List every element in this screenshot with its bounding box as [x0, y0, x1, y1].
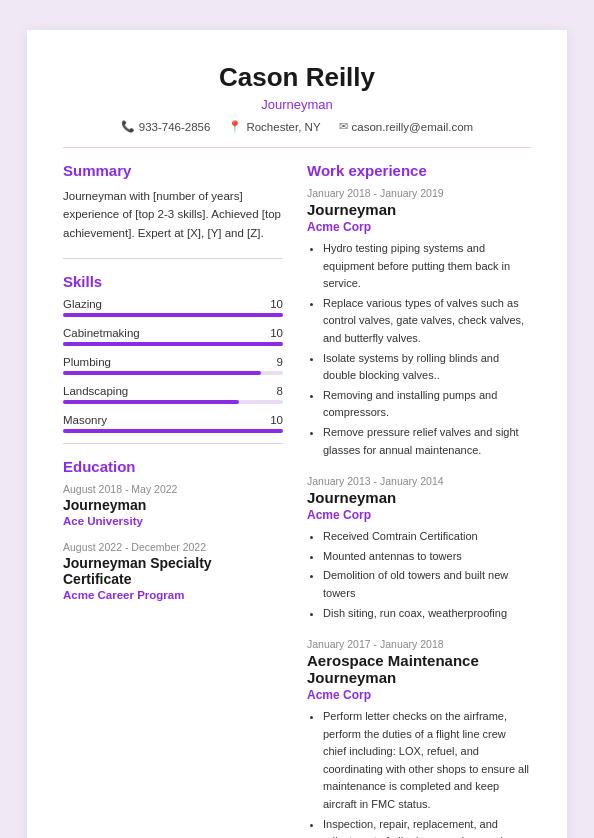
work-company: Acme Corp [307, 688, 531, 702]
skill-bar-fill [63, 342, 283, 346]
email-icon: ✉ [339, 120, 348, 133]
skill-bar-fill [63, 429, 283, 433]
skill-bar-bg [63, 342, 283, 346]
work-bullet: Perform letter checks on the airframe, p… [323, 708, 531, 814]
work-item: January 2017 - January 2018 Aerospace Ma… [307, 638, 531, 838]
skill-score: 9 [277, 356, 283, 368]
skill-bar-bg [63, 371, 283, 375]
skill-bar-fill [63, 371, 261, 375]
work-title: Journeyman [307, 489, 531, 506]
work-company: Acme Corp [307, 508, 531, 522]
candidate-title: Journeyman [63, 97, 531, 112]
skill-name: Cabinetmaking [63, 327, 140, 339]
work-list: January 2018 - January 2019 Journeyman A… [307, 187, 531, 838]
skill-item: Cabinetmaking 10 [63, 327, 283, 346]
work-bullet: Dish siting, run coax, weatherproofing [323, 605, 531, 623]
summary-text: Journeyman with [number of years] experi… [63, 187, 283, 242]
resume-container: Cason Reilly Journeyman 📞 933-746-2856 📍… [27, 30, 567, 838]
education-item: August 2018 - May 2022 Journeyman Ace Un… [63, 483, 283, 527]
edu-degree: Journeyman [63, 497, 283, 513]
header: Cason Reilly Journeyman 📞 933-746-2856 📍… [63, 62, 531, 133]
location-icon: 📍 [228, 120, 242, 133]
skill-item: Masonry 10 [63, 414, 283, 433]
skill-bar-fill [63, 400, 239, 404]
work-bullet: Mounted antennas to towers [323, 548, 531, 566]
work-bullets: Received Comtrain CertificationMounted a… [307, 528, 531, 622]
work-bullet: Received Comtrain Certification [323, 528, 531, 546]
location-contact: 📍 Rochester, NY [228, 120, 320, 133]
edu-institution: Acme Career Program [63, 589, 283, 601]
skills-list: Glazing 10 Cabinetmaking 10 Plumbing 9 L… [63, 298, 283, 433]
edu-date: August 2022 - December 2022 [63, 541, 283, 553]
phone-icon: 📞 [121, 120, 135, 133]
skills-divider [63, 443, 283, 444]
skills-section: Skills Glazing 10 Cabinetmaking 10 Plumb… [63, 273, 283, 433]
skill-name: Landscaping [63, 385, 128, 397]
edu-date: August 2018 - May 2022 [63, 483, 283, 495]
skills-title: Skills [63, 273, 283, 290]
work-date: January 2017 - January 2018 [307, 638, 531, 650]
work-bullet: Inspection, repair, replacement, and adj… [323, 816, 531, 838]
email-text: cason.reilly@email.com [352, 121, 474, 133]
education-title: Education [63, 458, 283, 475]
skill-item: Landscaping 8 [63, 385, 283, 404]
work-bullet: Replace various types of valves such as … [323, 295, 531, 348]
phone-contact: 📞 933-746-2856 [121, 120, 211, 133]
work-company: Acme Corp [307, 220, 531, 234]
work-bullet: Hydro testing piping systems and equipme… [323, 240, 531, 293]
skill-item: Plumbing 9 [63, 356, 283, 375]
skill-bar-fill [63, 313, 283, 317]
work-bullet: Remove pressure relief valves and sight … [323, 424, 531, 459]
summary-divider [63, 258, 283, 259]
candidate-name: Cason Reilly [63, 62, 531, 93]
contact-bar: 📞 933-746-2856 📍 Rochester, NY ✉ cason.r… [63, 120, 531, 133]
work-bullets: Hydro testing piping systems and equipme… [307, 240, 531, 459]
skill-score: 10 [270, 327, 283, 339]
work-date: January 2018 - January 2019 [307, 187, 531, 199]
work-bullet: Removing and installing pumps and compre… [323, 387, 531, 422]
edu-degree: Journeyman Specialty Certificate [63, 555, 283, 587]
education-item: August 2022 - December 2022 Journeyman S… [63, 541, 283, 601]
skill-item: Glazing 10 [63, 298, 283, 317]
work-experience-title: Work experience [307, 162, 531, 179]
work-bullets: Perform letter checks on the airframe, p… [307, 708, 531, 838]
skill-bar-bg [63, 429, 283, 433]
education-section: Education August 2018 - May 2022 Journey… [63, 458, 283, 601]
work-title: Aerospace Maintenance Journeyman [307, 652, 531, 686]
edu-institution: Ace University [63, 515, 283, 527]
work-bullet: Demolition of old towers and built new t… [323, 567, 531, 602]
left-column: Summary Journeyman with [number of years… [63, 162, 283, 838]
work-item: January 2013 - January 2014 Journeyman A… [307, 475, 531, 622]
right-column: Work experience January 2018 - January 2… [307, 162, 531, 838]
work-bullet: Isolate systems by rolling blinds and do… [323, 350, 531, 385]
summary-title: Summary [63, 162, 283, 179]
body-columns: Summary Journeyman with [number of years… [63, 162, 531, 838]
header-divider [63, 147, 531, 148]
skill-score: 8 [277, 385, 283, 397]
skill-bar-bg [63, 313, 283, 317]
email-contact: ✉ cason.reilly@email.com [339, 120, 474, 133]
skill-score: 10 [270, 298, 283, 310]
phone-number: 933-746-2856 [139, 121, 211, 133]
skill-name: Masonry [63, 414, 107, 426]
work-date: January 2013 - January 2014 [307, 475, 531, 487]
skill-bar-bg [63, 400, 283, 404]
summary-section: Summary Journeyman with [number of years… [63, 162, 283, 242]
location-text: Rochester, NY [246, 121, 320, 133]
skill-score: 10 [270, 414, 283, 426]
skill-name: Plumbing [63, 356, 111, 368]
work-item: January 2018 - January 2019 Journeyman A… [307, 187, 531, 459]
work-title: Journeyman [307, 201, 531, 218]
skill-name: Glazing [63, 298, 102, 310]
education-list: August 2018 - May 2022 Journeyman Ace Un… [63, 483, 283, 601]
